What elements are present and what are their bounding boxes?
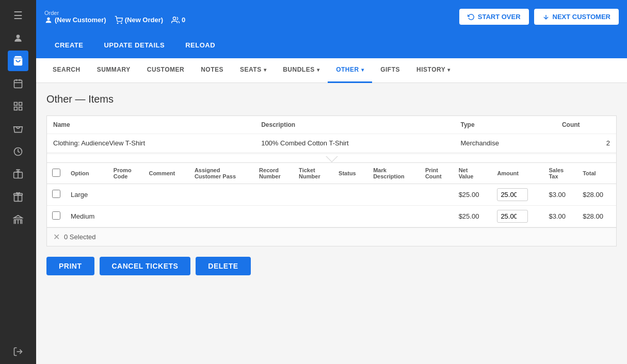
select-all-checkbox[interactable] <box>52 169 60 177</box>
tab-summary[interactable]: SUMMARY <box>89 58 139 83</box>
tab-seats[interactable]: SEATS▾ <box>232 58 275 83</box>
topbar-left: Order (New Customer) (New Order) 0 <box>44 10 185 24</box>
sidebar: ☰ <box>0 0 36 364</box>
close-selection-button[interactable]: ✕ <box>53 232 60 242</box>
actionbar: CREATE UPDATE DETAILS RELOAD <box>36 34 627 58</box>
detail-col-option: Option <box>66 163 108 184</box>
bank-icon[interactable] <box>8 209 28 230</box>
row-assigned-medium <box>189 206 254 227</box>
content-area: Other — Items Name Description Type Coun… <box>36 83 627 364</box>
row-mark-large <box>368 184 420 206</box>
item-row: Clothing: AudienceView T-Shirt 100% Comb… <box>47 134 616 153</box>
row-amount-medium[interactable] <box>497 210 528 223</box>
tab-history[interactable]: HISTORY▾ <box>408 58 459 83</box>
tab-gifts[interactable]: GIFTS <box>372 58 408 83</box>
next-customer-button[interactable]: NEXT CUSTOMER <box>534 9 619 25</box>
row-record-medium <box>254 206 294 227</box>
detail-col-promo: PromoCode <box>108 163 144 184</box>
count-info: 0 <box>171 16 185 24</box>
row-netvalue-medium: $25.00 <box>454 206 492 227</box>
main-area: Order (New Customer) (New Order) 0 <box>36 0 627 364</box>
cancel-tickets-button[interactable]: CANCEL TICKETS <box>100 257 191 275</box>
items-table-container: Name Description Type Count Clothing: Au… <box>46 115 617 246</box>
clock-icon[interactable] <box>8 141 28 162</box>
row-total-large: $28.00 <box>577 184 616 206</box>
count-value: 0 <box>182 16 185 24</box>
selected-label: Selected <box>70 233 96 241</box>
detail-footer: ✕ 0 Selected <box>47 227 616 246</box>
seats-chevron: ▾ <box>264 67 267 73</box>
order-info-item: (New Order) <box>115 16 163 24</box>
svg-point-17 <box>47 17 50 20</box>
svg-rect-8 <box>14 107 18 110</box>
user-icon[interactable] <box>8 28 28 48</box>
svg-rect-2 <box>14 80 22 88</box>
row-record-large <box>254 184 294 206</box>
detail-row-large: Large $25.00 $3.00 $28. <box>47 184 616 206</box>
next-customer-label: NEXT CUSTOMER <box>553 13 610 21</box>
svg-rect-7 <box>19 103 22 106</box>
order-info: (New Customer) (New Order) 0 <box>44 16 185 24</box>
logout-icon[interactable] <box>8 341 28 362</box>
row-netvalue-large: $25.00 <box>454 184 492 206</box>
row-ticket-large <box>294 184 333 206</box>
row-amount-large[interactable] <box>497 188 528 201</box>
detail-col-print: PrintCount <box>420 163 454 184</box>
row-ticket-medium <box>294 206 333 227</box>
row-promo-medium <box>108 206 144 227</box>
topbar-right: START OVER NEXT CUSTOMER <box>459 9 619 25</box>
tab-search[interactable]: SEARCH <box>44 58 89 83</box>
customer-info: (New Customer) <box>44 16 106 24</box>
tab-other[interactable]: OTHER▾ <box>328 58 372 83</box>
history-chevron: ▾ <box>447 67 451 73</box>
svg-rect-9 <box>19 107 22 110</box>
detail-col-ticket: TicketNumber <box>294 163 333 184</box>
gift-card-icon[interactable] <box>8 164 28 185</box>
row-comment-medium <box>143 206 189 227</box>
col-count: Count <box>556 116 616 134</box>
col-description: Description <box>255 116 454 134</box>
col-name: Name <box>47 116 255 134</box>
start-over-button[interactable]: START OVER <box>459 9 529 25</box>
detail-row-medium: Medium $25.00 $3.00 $28 <box>47 206 616 227</box>
detail-table: Option PromoCode Comment AssignedCustome… <box>47 163 616 227</box>
row-checkbox-large[interactable] <box>52 190 60 198</box>
action-tab-update[interactable]: UPDATE DETAILS <box>93 34 175 58</box>
svg-point-0 <box>17 35 20 38</box>
row-option-medium: Medium <box>66 206 108 227</box>
detail-col-tax: SalesTax <box>543 163 577 184</box>
item-description: 100% Combed Cotton T-Shirt <box>255 134 454 153</box>
row-status-large <box>333 184 368 206</box>
navtabs: SEARCH SUMMARY CUSTOMER NOTES SEATS▾ BUN… <box>36 58 627 83</box>
cart-icon[interactable] <box>8 51 28 71</box>
print-button[interactable]: PRINT <box>46 257 94 275</box>
tab-bundles[interactable]: BUNDLES▾ <box>275 58 328 83</box>
tab-customer[interactable]: CUSTOMER <box>139 58 192 83</box>
delete-button[interactable]: DELETE <box>196 257 250 275</box>
svg-point-20 <box>173 17 175 20</box>
grid-icon[interactable] <box>8 96 28 117</box>
pointer-row <box>47 152 616 162</box>
start-over-label: START OVER <box>478 13 521 21</box>
other-chevron: ▾ <box>361 67 364 73</box>
present-icon[interactable] <box>8 187 28 207</box>
calendar-icon[interactable] <box>8 73 28 94</box>
menu-icon[interactable]: ☰ <box>8 5 28 26</box>
row-status-medium <box>333 206 368 227</box>
detail-col-total: Total <box>577 163 616 184</box>
detail-col-netvalue: NetValue <box>454 163 492 184</box>
selected-text: 0 Selected <box>64 233 95 241</box>
topbar: Order (New Customer) (New Order) 0 <box>36 0 627 34</box>
action-tab-create[interactable]: CREATE <box>44 34 93 58</box>
item-type: Merchandise <box>454 134 555 153</box>
tab-notes[interactable]: NOTES <box>192 58 232 83</box>
store-icon[interactable] <box>8 119 28 139</box>
action-tab-reload[interactable]: RELOAD <box>175 34 226 58</box>
row-tax-large: $3.00 <box>543 184 577 206</box>
row-checkbox-medium[interactable] <box>52 211 60 220</box>
order-name: (New Order) <box>125 16 163 24</box>
items-table: Name Description Type Count Clothing: Au… <box>47 116 616 162</box>
detail-container: Option PromoCode Comment AssignedCustome… <box>47 162 616 246</box>
section-title: Other — Items <box>46 93 617 105</box>
row-tax-medium: $3.00 <box>543 206 577 227</box>
